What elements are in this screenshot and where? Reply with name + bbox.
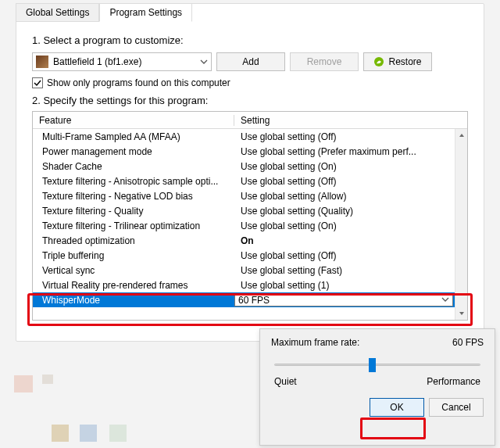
cancel-button[interactable]: Cancel xyxy=(429,398,484,417)
step2-label: 2. Specify the settings for this program… xyxy=(32,95,468,106)
step1-label: 1. Select a program to customize: xyxy=(32,34,468,46)
table-row[interactable]: Texture filtering - QualityUse global se… xyxy=(33,203,455,218)
table-row[interactable]: Texture filtering - Anisotropic sample o… xyxy=(33,174,455,188)
ok-button[interactable]: OK xyxy=(370,398,424,417)
feature-cell: WhisperMode xyxy=(33,295,234,306)
tab-program-settings[interactable]: Program Settings xyxy=(99,3,192,22)
setting-cell: Use global setting (Quality) xyxy=(234,206,455,217)
program-select[interactable]: Battlefield 1 (bf1.exe) xyxy=(32,52,212,71)
decor-square xyxy=(52,425,69,442)
scroll-down-icon[interactable] xyxy=(455,307,468,320)
settings-panel: Global Settings Program Settings 1. Sele… xyxy=(16,3,484,342)
tab-strip: Global Settings Program Settings xyxy=(16,3,484,22)
max-frame-rate-value: 60 FPS xyxy=(452,337,484,348)
settings-table: Feature Setting Multi-Frame Sampled AA (… xyxy=(32,111,468,321)
show-only-label: Show only programs found on this compute… xyxy=(47,77,230,88)
frame-rate-popup: Maximum frame rate: 60 FPS Quiet Perform… xyxy=(259,328,495,446)
add-button[interactable]: Add xyxy=(216,52,285,71)
table-row[interactable]: Multi-Frame Sampled AA (MFAA)Use global … xyxy=(33,129,455,144)
program-icon xyxy=(36,56,48,68)
feature-cell: Power management mode xyxy=(33,146,234,157)
table-row[interactable]: Texture filtering - Negative LOD biasUse… xyxy=(33,188,455,203)
slider-thumb[interactable] xyxy=(369,358,376,372)
feature-cell: Shader Cache xyxy=(33,161,234,172)
scroll-up-icon[interactable] xyxy=(455,129,468,142)
feature-cell: Threaded optimization xyxy=(33,235,234,246)
setting-cell[interactable]: 60 FPS xyxy=(234,294,453,306)
table-row[interactable]: Virtual Reality pre-rendered framesUse g… xyxy=(33,278,455,292)
setting-cell: Use global setting (Off) xyxy=(234,176,455,187)
setting-cell: Use global setting (On) xyxy=(234,161,455,172)
restore-button[interactable]: Restore xyxy=(363,52,432,71)
decor-square xyxy=(109,425,127,442)
setting-cell: Use global setting (Fast) xyxy=(234,265,455,276)
restore-label: Restore xyxy=(388,56,421,67)
nvidia-logo-icon xyxy=(373,56,384,67)
setting-cell: Use global setting (Allow) xyxy=(234,191,455,202)
table-row[interactable]: Threaded optimizationOn xyxy=(33,233,455,248)
table-row[interactable]: Triple bufferingUse global setting (Off) xyxy=(33,248,455,263)
slider-label-performance: Performance xyxy=(427,376,480,387)
feature-cell: Vertical sync xyxy=(33,265,234,276)
table-row[interactable]: Vertical syncUse global setting (Fast) xyxy=(33,263,455,278)
feature-cell: Triple buffering xyxy=(33,250,234,261)
chevron-down-icon xyxy=(441,295,449,306)
feature-cell: Texture filtering - Quality xyxy=(33,206,234,217)
remove-button: Remove xyxy=(290,52,359,71)
slider-track-line xyxy=(274,364,480,366)
feature-cell: Texture filtering - Negative LOD bias xyxy=(33,191,234,202)
feature-cell: Texture filtering - Anisotropic sample o… xyxy=(33,176,234,187)
frame-rate-slider[interactable] xyxy=(274,357,480,371)
setting-cell: Use global setting (On) xyxy=(234,220,455,231)
tab-global-settings[interactable]: Global Settings xyxy=(16,3,99,22)
decor-square xyxy=(14,375,33,392)
chevron-down-icon xyxy=(200,58,208,66)
program-name: Battlefield 1 (bf1.exe) xyxy=(53,56,195,67)
max-frame-rate-label: Maximum frame rate: xyxy=(271,337,359,348)
slider-label-quiet: Quiet xyxy=(274,376,297,387)
setting-cell: Use global setting (Off) xyxy=(234,250,455,261)
column-feature[interactable]: Feature xyxy=(33,115,234,126)
feature-cell: Multi-Frame Sampled AA (MFAA) xyxy=(33,131,234,142)
scrollbar[interactable] xyxy=(455,129,467,320)
column-setting[interactable]: Setting xyxy=(234,115,455,126)
setting-cell: Use global setting (1) xyxy=(234,280,455,291)
setting-cell: Use global setting (Prefer maximum perf.… xyxy=(234,146,455,157)
table-row[interactable]: Shader CacheUse global setting (On) xyxy=(33,159,455,174)
table-row[interactable]: WhisperMode60 FPS xyxy=(33,292,455,307)
setting-cell: Use global setting (Off) xyxy=(234,131,455,142)
table-row[interactable]: Power management modeUse global setting … xyxy=(33,144,455,159)
setting-cell: On xyxy=(234,235,455,246)
feature-cell: Texture filtering - Trilinear optimizati… xyxy=(33,220,234,231)
table-row[interactable]: Texture filtering - Trilinear optimizati… xyxy=(33,218,455,233)
show-only-checkbox[interactable] xyxy=(32,77,43,88)
decor-square xyxy=(42,375,53,384)
feature-cell: Virtual Reality pre-rendered frames xyxy=(33,280,234,291)
decor-square xyxy=(80,425,97,442)
